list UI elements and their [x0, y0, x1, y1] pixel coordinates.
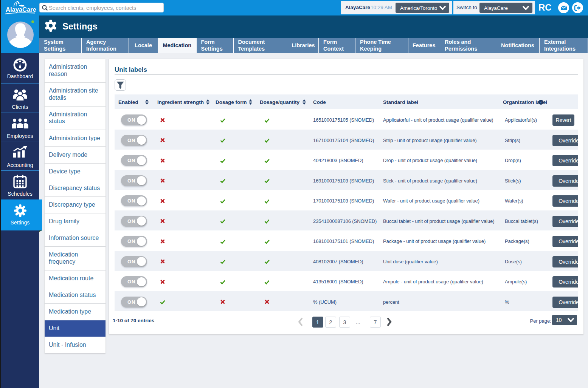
- svg-text:AlayaCare: AlayaCare: [6, 6, 36, 13]
